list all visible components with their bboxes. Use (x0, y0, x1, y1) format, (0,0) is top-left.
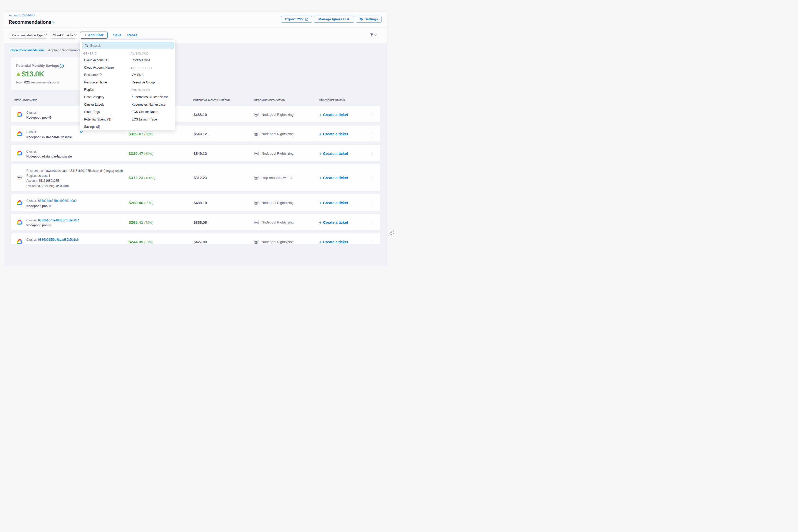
svg-text:?: ? (61, 64, 62, 67)
svg-text:aws: aws (17, 175, 22, 179)
